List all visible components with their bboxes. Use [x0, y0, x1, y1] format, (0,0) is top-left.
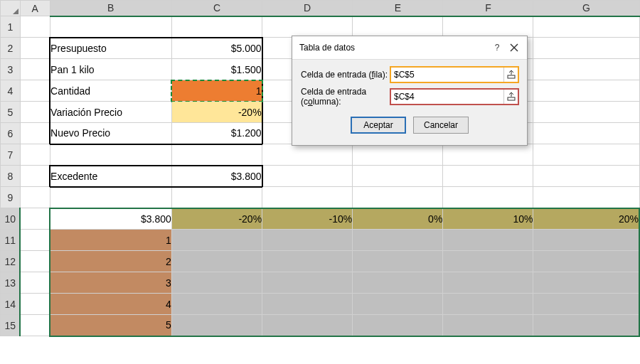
col-header-A[interactable]: A [20, 1, 50, 16]
row-header-4[interactable]: 4 [1, 80, 21, 102]
row-input-label: Celda de entrada (fila): [301, 70, 390, 80]
col-input-wrap[interactable] [390, 89, 518, 105]
row-header-13[interactable]: 13 [1, 272, 21, 294]
col-header-D[interactable]: D [262, 1, 353, 16]
dialog-titlebar[interactable]: Tabla de datos ? [292, 36, 527, 60]
ok-button[interactable]: Aceptar [351, 117, 406, 134]
row-header-15[interactable]: 15 [1, 315, 21, 336]
row-header-3[interactable]: 3 [1, 59, 21, 80]
datatable-row-1[interactable]: 2 [50, 251, 171, 272]
datatable-col-2[interactable]: 0% [353, 208, 443, 230]
svg-rect-2 [508, 75, 515, 78]
datatable-row-4[interactable]: 5 [50, 315, 171, 336]
col-header-G[interactable]: G [533, 1, 639, 16]
value-presupuesto[interactable]: $5.000 [171, 38, 262, 59]
dialog-help-button[interactable]: ? [489, 41, 506, 55]
col-input-picker[interactable] [503, 90, 518, 104]
dialog-close-button[interactable] [506, 41, 523, 55]
cancel-button[interactable]: Cancelar [413, 117, 469, 134]
collapse-dialog-icon [507, 92, 516, 101]
row-header-12[interactable]: 12 [1, 251, 21, 272]
col-header-C[interactable]: C [171, 1, 262, 16]
collapse-dialog-icon [507, 70, 516, 79]
select-all-corner[interactable] [1, 1, 21, 16]
datatable-row-0[interactable]: 1 [50, 230, 171, 251]
label-excedente[interactable]: Excedente [50, 166, 171, 187]
col-input-label: Celda de entrada (columna): [301, 87, 390, 107]
row-header-14[interactable]: 14 [1, 294, 21, 315]
row-header-6[interactable]: 6 [1, 123, 21, 144]
row-header-8[interactable]: 8 [1, 166, 21, 187]
data-table-dialog: Tabla de datos ? Celda de entrada (fila)… [292, 36, 528, 146]
row-header-9[interactable]: 9 [1, 187, 21, 208]
datatable-row-3[interactable]: 4 [50, 294, 171, 315]
row-input-wrap[interactable] [390, 67, 518, 82]
datatable-col-4[interactable]: 20% [533, 208, 639, 230]
close-icon [510, 43, 518, 52]
label-variacion[interactable]: Variación Precio [50, 102, 171, 123]
row-input-cell[interactable] [391, 70, 503, 80]
svg-rect-3 [508, 97, 515, 100]
row-header-1[interactable]: 1 [1, 16, 21, 38]
value-pan[interactable]: $1.500 [171, 59, 262, 80]
col-header-B[interactable]: B [50, 1, 171, 16]
col-input-cell[interactable] [391, 92, 503, 102]
label-nuevo[interactable]: Nuevo Precio [50, 123, 171, 144]
datatable-col-3[interactable]: 10% [443, 208, 533, 230]
value-cantidad[interactable]: 1 [171, 80, 262, 102]
datatable-col-1[interactable]: -10% [262, 208, 353, 230]
value-excedente[interactable]: $3.800 [171, 166, 262, 187]
datatable-row-2[interactable]: 3 [50, 272, 171, 294]
row-header-7[interactable]: 7 [1, 144, 21, 166]
datatable-corner[interactable]: $3.800 [50, 208, 171, 230]
label-pan[interactable]: Pan 1 kilo [50, 59, 171, 80]
row-header-2[interactable]: 2 [1, 38, 21, 59]
datatable-col-0[interactable]: -20% [171, 208, 262, 230]
value-nuevo[interactable]: $1.200 [171, 123, 262, 144]
row-header-5[interactable]: 5 [1, 102, 21, 123]
value-variacion[interactable]: -20% [171, 102, 262, 123]
row-header-11[interactable]: 11 [1, 230, 21, 251]
col-header-E[interactable]: E [353, 1, 443, 16]
label-cantidad[interactable]: Cantidad [50, 80, 171, 102]
row-input-picker[interactable] [503, 68, 518, 82]
col-header-F[interactable]: F [443, 1, 533, 16]
label-presupuesto[interactable]: Presupuesto [50, 38, 171, 59]
row-header-10[interactable]: 10 [1, 208, 21, 230]
dialog-title: Tabla de datos [299, 43, 489, 53]
